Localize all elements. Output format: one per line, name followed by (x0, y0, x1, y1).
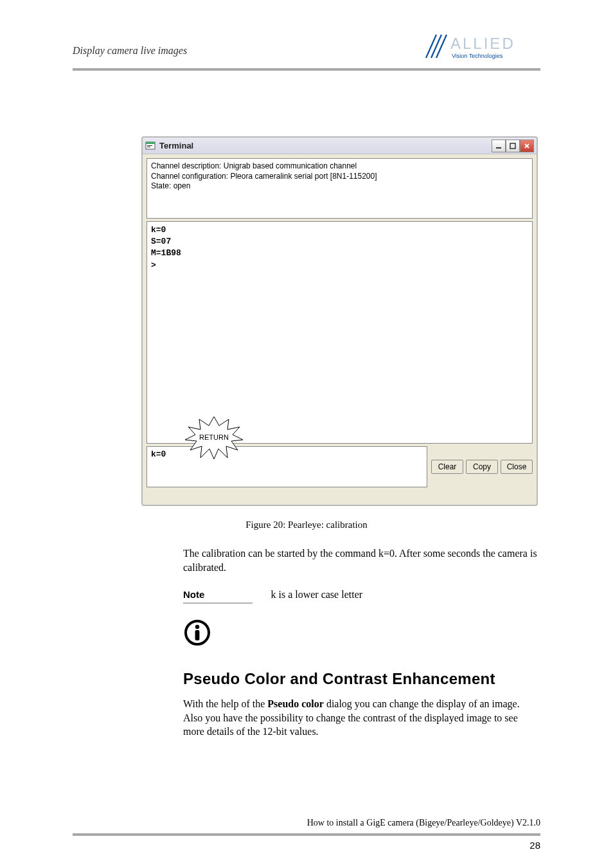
logo-sub-text: Vision Technologies (452, 53, 503, 59)
svg-rect-8 (510, 143, 515, 149)
copy-button[interactable]: Copy (466, 460, 498, 474)
footer-line: How to install a GigE camera (Bigeye/Pea… (73, 818, 540, 828)
svg-line-0 (426, 35, 436, 58)
footer-rule (73, 833, 540, 836)
svg-rect-4 (146, 142, 155, 144)
header-rule (73, 68, 540, 71)
note-text: k is a lower case letter (271, 589, 362, 601)
return-annotation: RETURN (179, 411, 249, 463)
svg-rect-7 (496, 147, 501, 149)
titlebar: Terminal (143, 138, 537, 154)
logo-main-text: ALLIED (450, 35, 515, 52)
page-header: Display camera live images ALLIED Vision… (73, 45, 540, 57)
note-head: Note (183, 589, 253, 604)
svg-point-13 (195, 625, 199, 629)
window-title: Terminal (159, 141, 193, 150)
svg-line-2 (436, 35, 447, 58)
note-block: Note k is a lower case letter (183, 589, 540, 604)
window-controls (492, 140, 534, 152)
allied-logo: ALLIED Vision Technologies (425, 33, 540, 59)
button-row: Clear Copy Close (431, 460, 533, 474)
svg-rect-6 (147, 147, 150, 147)
section-title: Display camera live images (73, 45, 187, 56)
svg-rect-14 (195, 630, 200, 640)
p2-pre: With the help of the (183, 698, 267, 709)
info-icon (183, 619, 211, 647)
return-label: RETURN (199, 433, 229, 441)
desc-line: Channel description: Unigrab based commu… (151, 161, 528, 172)
description-box: Channel description: Unigrab based commu… (147, 158, 533, 219)
terminal-icon (145, 141, 155, 151)
pseudo-color-paragraph: With the help of the Pseudo color dialog… (183, 697, 540, 739)
pseudo-color-heading: Pseudo Color and Contrast Enhancement (183, 670, 495, 688)
minimize-button[interactable] (492, 140, 506, 152)
maximize-button[interactable] (506, 140, 520, 152)
calibration-paragraph: The calibration can be started by the co… (183, 547, 540, 574)
close-window-button[interactable] (520, 140, 534, 152)
p2-bold: Pseudo color (267, 698, 324, 709)
svg-line-1 (431, 35, 441, 58)
page-number: 28 (529, 840, 540, 851)
desc-line: Channel configuration: Pleora cameralink… (151, 172, 528, 182)
input-value: k=0 (151, 449, 166, 459)
close-button[interactable]: Close (501, 460, 533, 474)
svg-rect-5 (147, 145, 152, 146)
output-box: k=0 S=07 M=1B98 > (147, 221, 533, 444)
desc-line: State: open (151, 181, 528, 192)
clear-button[interactable]: Clear (431, 460, 463, 474)
figure-caption: Figure 20: Pearleye: calibration (0, 520, 613, 530)
